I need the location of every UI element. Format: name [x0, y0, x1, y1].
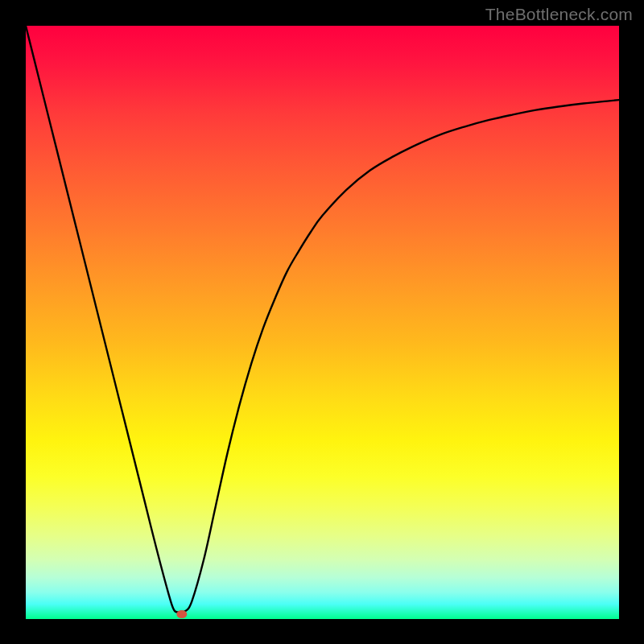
chart-frame: TheBottleneck.com: [0, 0, 644, 644]
bottleneck-curve: [26, 26, 619, 613]
curve-layer: [26, 26, 619, 619]
optimum-marker: [176, 610, 187, 618]
watermark-text: TheBottleneck.com: [485, 5, 633, 24]
plot-area: [26, 26, 619, 619]
